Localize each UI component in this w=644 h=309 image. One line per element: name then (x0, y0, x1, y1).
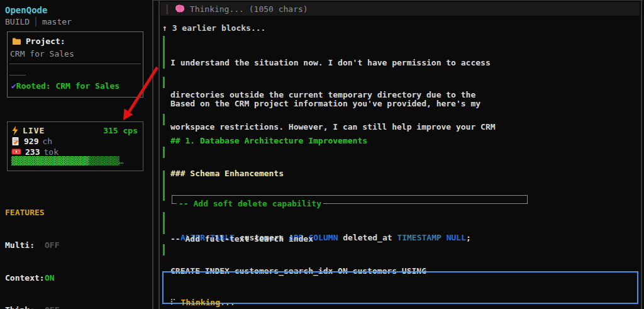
check-icon: ✔ (11, 81, 16, 91)
divider (9, 64, 141, 64)
separator: │ (30, 17, 42, 26)
toggle-context: Context:ON (5, 272, 64, 283)
earlier-blocks-indicator[interactable]: ↑ 3 earlier blocks... (162, 23, 265, 34)
dashes-block: -- (163, 244, 638, 256)
project-panel: Project: CRM for Sales ✔Rooted: CRM for … (7, 31, 143, 98)
rooted-status: ✔Rooted: CRM for Sales (11, 81, 119, 91)
code-box-frame: -- Add soft delete capability (172, 195, 528, 204)
build-label: BUILD (5, 17, 30, 26)
command-input-box[interactable]: ⠏ Thinking... > Type command or message.… (162, 271, 638, 304)
live-label: LIVE (23, 126, 45, 135)
chat-area: │ Thinking... (1050 chars) ↑ 3 earlier b… (159, 0, 641, 309)
lightning-icon (11, 126, 19, 135)
features-title: FEATURES (5, 207, 64, 218)
thinking-header-label: Thinking... (1050 chars) (190, 4, 308, 14)
markdown-heading-2: ## 1. Database Architecture Improvements (163, 114, 638, 125)
status-line: ⠏ Thinking... (170, 297, 637, 308)
sql-code-block: -- Add full-text search index CREATE IND… (163, 212, 638, 234)
tokens-value: 233 (25, 147, 40, 157)
sql-comment-title: -- Add soft delete capability (177, 198, 323, 209)
sidebar: OpenQode BUILD│master Project: CRM for S… (0, 0, 152, 309)
sidebar-divider (152, 0, 153, 309)
status-text: Thinking... (180, 298, 235, 307)
sql-comment: -- Add full-text search index (170, 233, 638, 244)
toggle-multi: Multi:OFF (5, 240, 64, 250)
markdown-heading-3: ### Schema Enhancements (163, 147, 638, 158)
memo-icon (11, 137, 20, 146)
assistant-paragraph: I understand the situation now. I don't … (163, 36, 638, 69)
sql-code-block: -- Add soft delete capability ALTER TABL… (163, 171, 638, 201)
brain-icon (175, 4, 185, 13)
block-bar: │ (165, 4, 170, 14)
live-stats-panel: LIVE 315 cps 929 ch 233 tok ▓▓▓▓▓▓▓▓▓▓▓▓… (7, 121, 143, 171)
chars-value: 929 (24, 137, 38, 146)
build-branch-line: BUILD│master (5, 17, 72, 26)
main-right-border (641, 0, 642, 309)
divider-short (9, 75, 26, 76)
project-label: Project: (26, 37, 65, 46)
folder-icon (12, 37, 21, 45)
git-branch: master (42, 17, 72, 26)
project-name: CRM for Sales (10, 49, 74, 59)
tokens-unit: tok (43, 147, 58, 157)
app-title: OpenQode (5, 5, 47, 15)
progress-bar: ▓▓▓▓▓▓▓▓▓▓▓▓▓▓▓▓▓▓▓▓▓▓▓▓▓… (11, 156, 124, 166)
thinking-block-header[interactable]: │ Thinking... (1050 chars) (160, 2, 640, 16)
ticket-icon (11, 148, 21, 155)
spinner-icon: ⠏ (170, 298, 176, 307)
cps-value: 315 cps (103, 126, 138, 135)
chars-unit: ch (42, 137, 52, 146)
features-section: FEATURES Multi:OFF Context:ON Think:OFF … (5, 186, 64, 309)
assistant-paragraph: Based on the CRM project information you… (163, 77, 638, 88)
toggle-think: Think:OFF (5, 305, 64, 309)
